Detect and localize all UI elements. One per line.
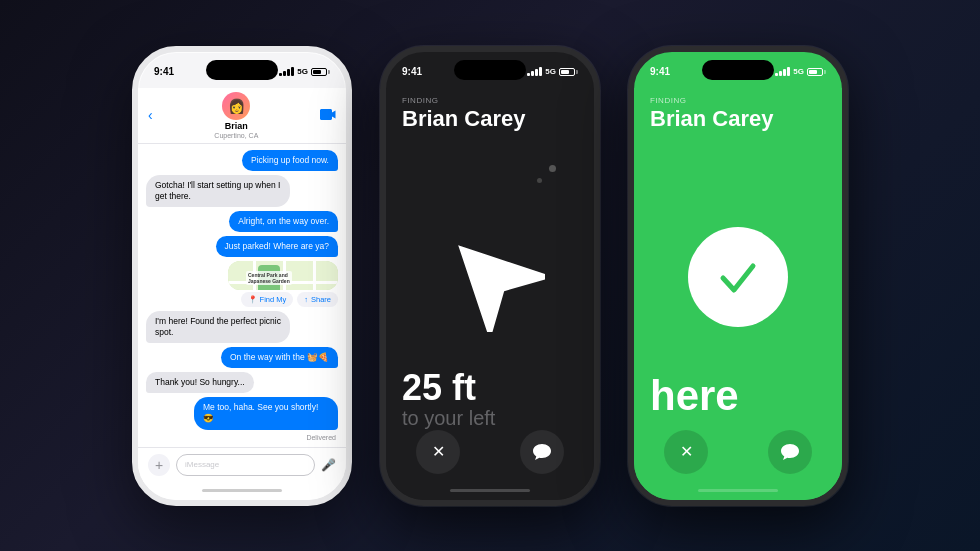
bar1 xyxy=(775,73,778,76)
signal-bars-2 xyxy=(527,67,542,76)
delivered-status: Delivered xyxy=(146,434,338,441)
battery-tip-3 xyxy=(824,70,826,74)
road-v3 xyxy=(313,261,316,290)
finding-dark-content: FINDING Brian Carey 25 ft to your left ✕ xyxy=(386,88,594,500)
battery-1 xyxy=(311,68,330,76)
imessage-nav: ‹ 👩 Brian Cupertino, CA xyxy=(138,88,346,144)
status-icons-3: 5G xyxy=(775,67,826,76)
battery-fill-2 xyxy=(561,70,569,74)
message-2: Gotcha! I'll start setting up when I get… xyxy=(146,175,290,207)
dynamic-island-3 xyxy=(702,60,774,80)
share-icon: ↑ xyxy=(304,295,308,304)
phone-imessage: 9:41 5G ‹ 👩 xyxy=(132,46,352,506)
battery-body-2 xyxy=(559,68,575,76)
dot-large xyxy=(549,165,556,172)
contact-sub: Cupertino, CA xyxy=(214,132,258,139)
dynamic-island-1 xyxy=(206,60,278,80)
finding-label-dark: FINDING xyxy=(402,96,578,105)
microphone-button[interactable]: 🎤 xyxy=(321,458,336,472)
person-name-dark: Brian Carey xyxy=(402,107,578,131)
signal-bars-3 xyxy=(775,67,790,76)
message-4: Just parked! Where are ya? xyxy=(216,236,338,257)
signal-type-2: 5G xyxy=(545,67,556,76)
map-park-label: Central Park andJapanese Garden xyxy=(246,271,292,285)
close-finding-button[interactable]: ✕ xyxy=(416,430,460,474)
distance-value: 25 ft xyxy=(402,370,495,406)
dot-small xyxy=(537,178,542,183)
imessage-content: ‹ 👩 Brian Cupertino, CA Picking up food … xyxy=(138,88,346,500)
message-input[interactable]: iMessage xyxy=(176,454,315,476)
status-icons-1: 5G xyxy=(279,67,330,76)
bar3 xyxy=(783,69,786,76)
message-1: Picking up food now. xyxy=(242,150,338,171)
add-attachment-button[interactable]: + xyxy=(148,454,170,476)
here-text: here xyxy=(650,372,739,420)
map-bubble[interactable]: Central Park andJapanese Garden 👩 xyxy=(228,261,338,290)
home-indicator-2 xyxy=(386,482,594,500)
signal-type-1: 5G xyxy=(297,67,308,76)
back-button[interactable]: ‹ xyxy=(148,107,153,123)
message-9: Me too, haha. See you shortly! 😎 xyxy=(194,397,338,429)
contact-avatar: 👩 xyxy=(222,92,250,120)
bar2 xyxy=(531,71,534,76)
message-button-dark[interactable] xyxy=(520,430,564,474)
battery-fill-3 xyxy=(809,70,817,74)
bar4 xyxy=(539,67,542,76)
bar2 xyxy=(779,71,782,76)
home-indicator-1 xyxy=(138,482,346,500)
message-icon-dark xyxy=(533,444,551,460)
checkmark-icon xyxy=(713,252,763,302)
finding-actions-green: ✕ xyxy=(634,420,842,482)
findmy-icon: 📍 xyxy=(248,295,257,304)
svg-marker-0 xyxy=(435,222,545,332)
dynamic-island-2 xyxy=(454,60,526,80)
messages-list: Picking up food now. Gotcha! I'll start … xyxy=(138,144,346,447)
home-bar-2 xyxy=(450,489,530,492)
input-placeholder: iMessage xyxy=(185,460,219,469)
bar3 xyxy=(535,69,538,76)
message-7: On the way with the 🧺🍕 xyxy=(221,347,338,368)
share-label: Share xyxy=(311,295,331,304)
finding-green-content: FINDING Brian Carey here ✕ xyxy=(634,88,842,500)
close-finding-green-button[interactable]: ✕ xyxy=(664,430,708,474)
bar4 xyxy=(787,67,790,76)
battery-2 xyxy=(559,68,578,76)
bar4 xyxy=(291,67,294,76)
finding-label-green: FINDING xyxy=(650,96,826,105)
time-2: 9:41 xyxy=(402,66,422,77)
battery-tip-2 xyxy=(576,70,578,74)
home-bar-1 xyxy=(202,489,282,492)
imessage-input-bar: + iMessage 🎤 xyxy=(138,447,346,482)
bar3 xyxy=(287,69,290,76)
map-actions: 📍 Find My ↑ Share xyxy=(241,292,338,307)
chevron-left-icon: ‹ xyxy=(148,107,153,123)
find-my-label: Find My xyxy=(260,295,287,304)
distance-direction: to your left xyxy=(402,406,495,430)
message-icon-green xyxy=(781,444,799,460)
home-bar-3 xyxy=(698,489,778,492)
battery-body-3 xyxy=(807,68,823,76)
phone-finding-dark: 9:41 5G FINDING Brian Carey xyxy=(380,46,600,506)
message-8: Thank you! So hungry... xyxy=(146,372,254,393)
bar1 xyxy=(527,73,530,76)
message-6: I'm here! Found the perfect picnic spot. xyxy=(146,311,290,343)
share-button[interactable]: ↑ Share xyxy=(297,292,338,307)
signal-type-3: 5G xyxy=(793,67,804,76)
video-call-button[interactable] xyxy=(320,107,336,123)
distance-info: 25 ft to your left xyxy=(402,370,495,430)
finding-header-green: FINDING Brian Carey xyxy=(634,88,842,135)
battery-fill-1 xyxy=(313,70,321,74)
contact-name: Brian xyxy=(225,121,248,131)
battery-body-1 xyxy=(311,68,327,76)
close-icon: ✕ xyxy=(432,442,445,461)
message-button-green[interactable] xyxy=(768,430,812,474)
find-my-button[interactable]: 📍 Find My xyxy=(241,292,294,307)
map-grid: Central Park andJapanese Garden 👩 xyxy=(228,261,338,290)
finding-header-dark: FINDING Brian Carey xyxy=(386,88,594,135)
time-1: 9:41 xyxy=(154,66,174,77)
radar-dots xyxy=(537,165,556,183)
bar2 xyxy=(283,71,286,76)
signal-bars-1 xyxy=(279,67,294,76)
time-3: 9:41 xyxy=(650,66,670,77)
bar1 xyxy=(279,73,282,76)
